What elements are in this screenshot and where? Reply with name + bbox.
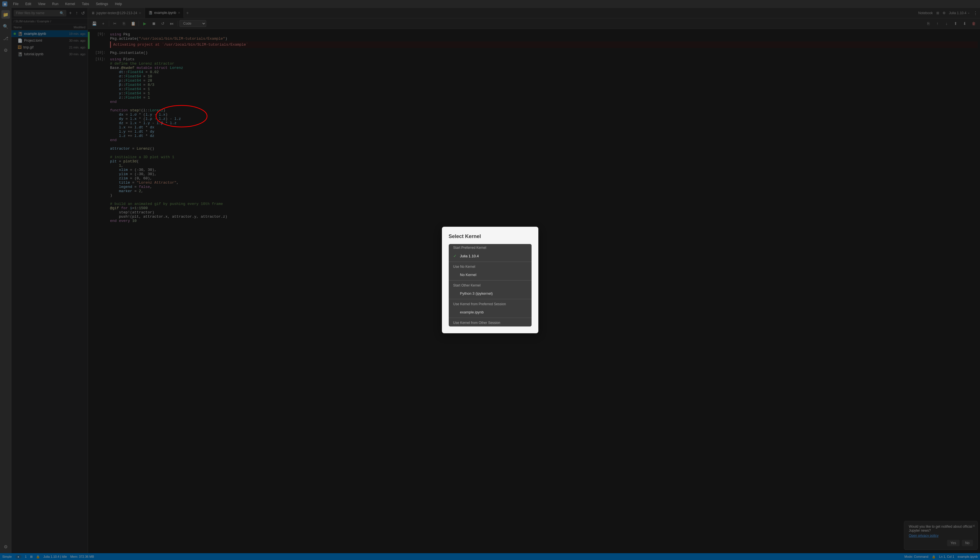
section-other-session: Use Kernel from Other Session	[449, 319, 532, 327]
kernel-dropdown: Start Preferred Kernel ✓ Julia 1.10.4 Us…	[449, 244, 532, 327]
julia-option-label: Julia 1.10.4	[460, 254, 479, 258]
kernel-option-python[interactable]: Python 3 (ipykernel)	[449, 289, 532, 298]
section-start-preferred: Start Preferred Kernel	[449, 244, 532, 252]
modal-overlay[interactable]: Select Kernel Start Preferred Kernel ✓ J…	[0, 0, 980, 560]
no-kernel-label: No Kernel	[460, 273, 477, 277]
section-start-other: Start Other Kernel	[449, 282, 532, 289]
section-preferred-session: Use Kernel from Preferred Session	[449, 300, 532, 308]
kernel-option-session[interactable]: example.ipynb	[449, 308, 532, 317]
separator-4	[449, 318, 532, 318]
kernel-option-no-kernel[interactable]: No Kernel	[449, 270, 532, 279]
select-kernel-modal: Select Kernel Start Preferred Kernel ✓ J…	[442, 227, 538, 333]
separator-1	[449, 262, 532, 262]
python-option-label: Python 3 (ipykernel)	[460, 291, 493, 296]
section-use-no-kernel: Use No Kernel	[449, 263, 532, 270]
session-option-label: example.ipynb	[460, 310, 484, 314]
kernel-option-julia[interactable]: ✓ Julia 1.10.4	[449, 252, 532, 260]
modal-title: Select Kernel	[449, 233, 532, 240]
separator-3	[449, 299, 532, 299]
check-icon: ✓	[453, 253, 458, 258]
